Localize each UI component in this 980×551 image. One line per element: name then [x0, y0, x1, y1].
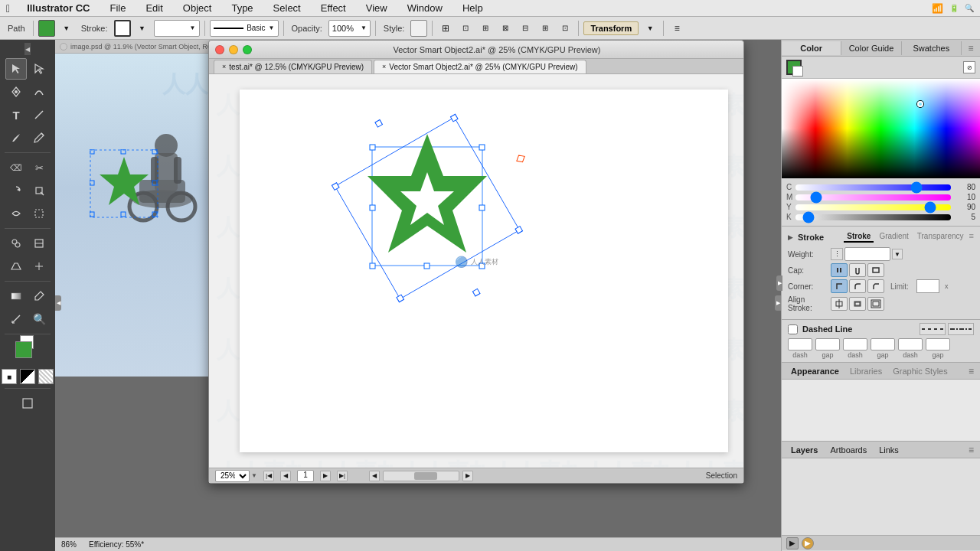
corner-round-btn[interactable] — [849, 279, 866, 293]
canvas-prev-btn[interactable]: ◀ — [369, 471, 380, 481]
align-inside-btn[interactable] — [849, 297, 866, 311]
dash-input-3[interactable] — [898, 338, 923, 350]
pencil-tool[interactable] — [28, 127, 50, 148]
manage-views-btn[interactable]: ⊞ — [437, 20, 454, 37]
float-tab-close-1[interactable]: × — [222, 63, 226, 70]
limit-input[interactable] — [916, 279, 939, 293]
align-btn-5[interactable]: ⊞ — [537, 20, 554, 37]
page-input[interactable]: 1 — [297, 470, 314, 482]
dashed-preset-1[interactable] — [920, 323, 946, 335]
fg-color-box[interactable] — [786, 60, 802, 75]
color-panel-menu[interactable]: ≡ — [962, 43, 980, 54]
links-tab[interactable]: Links — [876, 444, 902, 456]
right-collapse-btn[interactable]: ▶ — [775, 295, 781, 311]
none-mode-btn[interactable] — [38, 369, 54, 384]
stroke-panel-menu[interactable]: ≡ — [969, 231, 974, 243]
fill-swatch[interactable] — [38, 20, 55, 37]
menu-window[interactable]: Window — [404, 2, 446, 14]
zoom-tool[interactable]: 🔍 — [28, 308, 50, 330]
fill-options[interactable]: ▼ — [58, 20, 75, 37]
line-tool[interactable] — [28, 104, 50, 126]
warp-tool[interactable] — [5, 203, 27, 224]
screen-mode-btn[interactable] — [17, 393, 38, 414]
brush-preset-dropdown[interactable]: Basic ▼ — [210, 20, 279, 37]
window-minimize-btn[interactable] — [229, 45, 238, 54]
perspective-tool[interactable] — [5, 256, 27, 277]
color-mode-btn[interactable]: ■ — [2, 369, 17, 384]
corner-miter-btn[interactable] — [831, 279, 848, 293]
dash-input-1[interactable] — [788, 338, 812, 350]
transform-button[interactable]: Transform — [583, 21, 639, 35]
menu-help[interactable]: Help — [459, 2, 486, 14]
layers-btn-2[interactable]: ▶ — [802, 537, 814, 549]
dashed-checkbox[interactable] — [788, 324, 798, 334]
shape-builder-tool[interactable] — [5, 233, 27, 254]
color-tab[interactable]: Color — [782, 41, 841, 55]
gradient-mode-btn[interactable] — [20, 369, 35, 384]
artboards-tab[interactable]: Artboards — [827, 444, 870, 456]
mesh-tool[interactable] — [28, 256, 50, 277]
scale-tool[interactable] — [28, 180, 50, 201]
gradient-tool[interactable] — [5, 285, 27, 307]
window-close-btn[interactable] — [215, 45, 224, 54]
none-color-btn[interactable]: ⊘ — [963, 61, 975, 73]
measure-tool[interactable] — [5, 308, 27, 330]
weight-stepper[interactable]: ⋮ — [831, 248, 843, 260]
gap-input-3[interactable] — [926, 338, 950, 350]
gradient-tab[interactable]: Gradient — [876, 231, 911, 243]
cap-square-btn[interactable] — [867, 263, 884, 277]
menu-edit[interactable]: Edit — [142, 2, 165, 14]
appearance-tab[interactable]: Appearance — [788, 365, 842, 377]
layers-play-btn[interactable]: ▶ — [786, 537, 799, 549]
extra-options-btn[interactable]: ≡ — [668, 20, 685, 37]
black-slider[interactable] — [795, 214, 951, 220]
paintbrush-tool[interactable] — [5, 127, 27, 148]
rotate-tool[interactable] — [5, 180, 27, 201]
thumb-close[interactable] — [60, 43, 67, 51]
layers-tab[interactable]: Layers — [788, 444, 821, 456]
color-guide-tab[interactable]: Color Guide — [841, 41, 901, 55]
menu-file[interactable]: File — [106, 2, 129, 14]
menu-object[interactable]: Object — [180, 2, 215, 14]
style-swatch[interactable] — [410, 20, 427, 37]
stroke-swatch[interactable] — [114, 20, 131, 37]
panel-collapse-btn[interactable]: ◀ — [24, 43, 31, 55]
libraries-tab[interactable]: Libraries — [847, 365, 885, 377]
scissors-tool[interactable]: ✂ — [28, 157, 50, 178]
align-btn-3[interactable]: ⊠ — [497, 20, 514, 37]
apple-menu[interactable]:  — [6, 2, 10, 15]
nav-prev-btn[interactable]: ◀ — [280, 471, 291, 481]
appear-menu[interactable]: ≡ — [969, 366, 974, 377]
corner-bevel-btn[interactable] — [867, 279, 884, 293]
align-center-btn[interactable] — [831, 297, 848, 311]
align-btn-6[interactable]: ⊡ — [557, 20, 573, 37]
stroke-header[interactable]: ▶ Stroke Stroke Gradient Transparency ≡ — [788, 231, 974, 243]
free-transform-tool[interactable] — [28, 203, 50, 224]
eyedropper-tool[interactable] — [28, 285, 50, 307]
zoom-select[interactable]: 25% — [215, 470, 250, 482]
gap-input-1[interactable] — [815, 338, 840, 350]
weight-dropdown-btn[interactable]: ▼ — [892, 249, 903, 259]
live-paint-tool[interactable] — [28, 233, 50, 254]
selection-tool[interactable] — [5, 58, 27, 80]
cap-butt-btn[interactable] — [831, 263, 848, 277]
main-star-svg[interactable] — [316, 90, 538, 327]
align-outside-btn[interactable] — [867, 297, 884, 311]
magenta-slider[interactable] — [795, 194, 951, 201]
menu-select[interactable]: Select — [270, 2, 304, 14]
window-maximize-btn[interactable] — [243, 45, 252, 54]
stroke-active-tab[interactable]: Stroke — [844, 231, 874, 243]
align-btn-4[interactable]: ⊟ — [517, 20, 534, 37]
pen-tool[interactable] — [5, 81, 27, 103]
menu-effect[interactable]: Effect — [318, 2, 349, 14]
graphic-styles-tab[interactable]: Graphic Styles — [890, 365, 951, 377]
panel-hide-btn[interactable]: ▶ — [781, 276, 782, 291]
swatches-tab[interactable]: Swatches — [902, 41, 962, 55]
nav-first-btn[interactable]: |◀ — [263, 471, 274, 481]
stroke-weight-dropdown[interactable]: ▼ — [154, 20, 200, 37]
float-tab-1[interactable]: × test.ai* @ 12.5% (CMYK/GPU Preview) — [214, 60, 372, 73]
opacity-dropdown[interactable]: 100% ▼ — [328, 20, 371, 37]
float-tab-close-2[interactable]: × — [382, 63, 386, 70]
align-btn-2[interactable]: ⊞ — [477, 20, 494, 37]
nav-next-btn[interactable]: ▶ — [320, 471, 331, 481]
